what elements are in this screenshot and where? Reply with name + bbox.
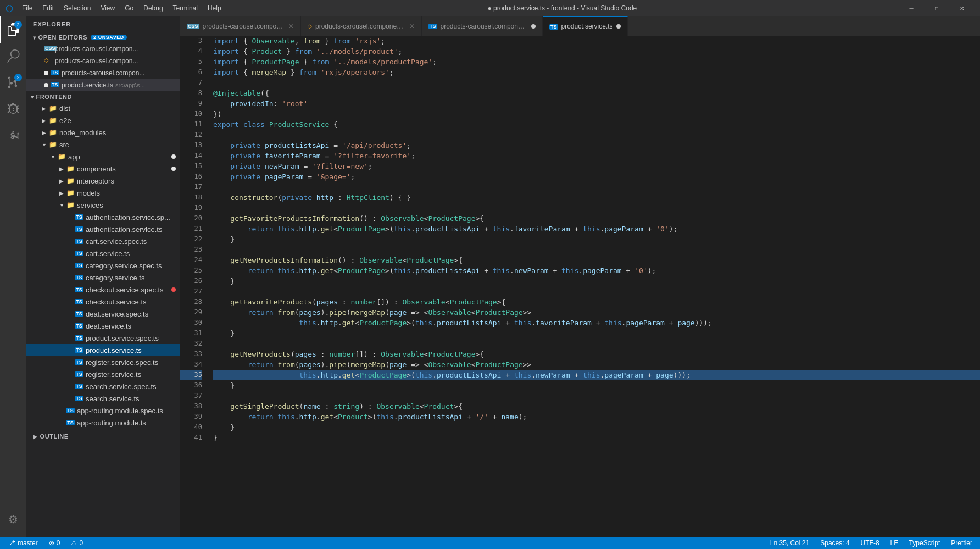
status-spaces[interactable]: Spaces: 4 <box>818 539 851 547</box>
status-errors[interactable]: ⊗ 0 <box>47 539 63 547</box>
ts-filepath-2: src\app\s... <box>115 82 145 88</box>
dist-chevron: ▶ <box>40 104 48 113</box>
tab-product-service[interactable]: TS product.service.ts <box>543 16 628 36</box>
tab-css[interactable]: CSS products-carousel.component.css ✕ <box>180 16 301 36</box>
menu-bar[interactable]: File Edit Selection View Go Debug Termin… <box>18 3 226 13</box>
search-label: search.service.ts <box>86 395 176 403</box>
node-modules-folder-icon: 📁 <box>48 128 57 137</box>
open-editor-css[interactable]: CSS products-carousel.compon... <box>26 43 180 55</box>
tree-deal[interactable]: ▶ TS deal.service.ts <box>26 320 180 332</box>
tree-register-spec[interactable]: ▶ TS register.service.spec.ts <box>26 356 180 368</box>
activity-source-control[interactable]: 2 <box>0 69 26 96</box>
menu-debug[interactable]: Debug <box>139 3 167 13</box>
tree-src[interactable]: ▾ 📁 src <box>26 138 180 151</box>
e2e-chevron: ▶ <box>40 116 48 125</box>
outline-header[interactable]: ▶ OUTLINE <box>26 431 180 442</box>
app-label: app <box>68 153 169 161</box>
open-editor-html[interactable]: ◇ products-carousel.compon... <box>26 55 180 67</box>
ln-18: 18 <box>180 192 202 203</box>
css-file-icon: CSS <box>44 45 53 53</box>
status-eol[interactable]: LF <box>888 539 900 547</box>
status-language[interactable]: TypeScript <box>907 539 943 547</box>
code-line-7 <box>213 77 980 88</box>
tree-register[interactable]: ▶ TS register.service.ts <box>26 368 180 380</box>
cart-spec-label: cart.service.spec.ts <box>86 237 176 246</box>
tree-cart-spec[interactable]: ▶ TS cart.service.spec.ts <box>26 235 180 247</box>
tab-css-name: products-carousel.component.css <box>203 23 285 30</box>
tree-deal-spec[interactable]: ▶ TS deal.service.spec.ts <box>26 308 180 320</box>
tree-product-spec[interactable]: ▶ TS product.service.spec.ts <box>26 332 180 344</box>
tree-app-routing-spec[interactable]: ▶ TS app-routing.module.spec.ts <box>26 404 180 417</box>
tree-search[interactable]: ▶ TS search.service.ts <box>26 392 180 404</box>
maximize-button[interactable]: □ <box>924 0 949 16</box>
activity-debug[interactable] <box>0 96 26 122</box>
tree-product[interactable]: ▶ TS product.service.ts <box>26 344 180 356</box>
tree-services[interactable]: ▾ 📁 services <box>26 199 180 211</box>
tree-app-routing[interactable]: ▶ TS app-routing.module.ts <box>26 417 180 429</box>
tree-app[interactable]: ▾ 📁 app <box>26 151 180 163</box>
tree-category[interactable]: ▶ TS category.service.ts <box>26 271 180 284</box>
menu-terminal[interactable]: Terminal <box>169 3 202 13</box>
ln-28: 28 <box>180 297 202 307</box>
code-content[interactable]: import { Observable, from } from 'rxjs';… <box>208 36 980 537</box>
menu-edit[interactable]: Edit <box>38 3 58 13</box>
tree-dist[interactable]: ▶ 📁 dist <box>26 102 180 114</box>
tab-html-close[interactable]: ✕ <box>409 23 415 30</box>
close-button[interactable]: ✕ <box>949 0 975 16</box>
tree-e2e[interactable]: ▶ 📁 e2e <box>26 114 180 126</box>
tab-ts-1-dirty <box>531 24 536 29</box>
tree-search-spec[interactable]: ▶ TS search.service.spec.ts <box>26 380 180 392</box>
menu-selection[interactable]: Selection <box>59 3 95 13</box>
menu-go[interactable]: Go <box>120 3 138 13</box>
app-routing-label: app-routing.module.ts <box>77 419 176 427</box>
tree-cart[interactable]: ▶ TS cart.service.ts <box>26 247 180 259</box>
code-line-34: return from(pages).pipe(mergeMap(page =>… <box>213 359 980 370</box>
menu-view[interactable]: View <box>96 3 119 13</box>
status-formatter[interactable]: Prettier <box>949 539 975 547</box>
tab-ts-1[interactable]: TS products-carousel.component.ts <box>422 16 543 36</box>
tree-components[interactable]: ▶ 📁 components <box>26 163 180 175</box>
status-warnings[interactable]: ⚠ 0 <box>69 539 85 547</box>
tree-checkout-spec[interactable]: ▶ TS checkout.service.spec.ts <box>26 284 180 296</box>
minimize-button[interactable]: ─ <box>899 0 924 16</box>
app-routing-spec-label: app-routing.module.spec.ts <box>77 407 176 415</box>
tree-checkout[interactable]: ▶ TS checkout.service.ts <box>26 296 180 308</box>
ln-4: 4 <box>180 46 202 57</box>
status-position[interactable]: Ln 35, Col 21 <box>768 539 811 547</box>
activity-extensions[interactable] <box>0 122 26 148</box>
node-modules-label: node_modules <box>59 129 176 137</box>
tab-css-close[interactable]: ✕ <box>288 23 294 30</box>
window-controls[interactable]: ─ □ ✕ <box>899 0 975 16</box>
activity-settings[interactable]: ⚙ <box>0 506 26 533</box>
menu-help[interactable]: Help <box>203 3 226 13</box>
status-encoding[interactable]: UTF-8 <box>859 539 882 547</box>
activity-explorer[interactable]: 2 <box>0 16 26 43</box>
ln-7: 7 <box>180 77 202 88</box>
services-folder-icon: 📁 <box>66 201 75 209</box>
ln-8: 8 <box>180 88 202 98</box>
tree-node-modules[interactable]: ▶ 📁 node_modules <box>26 126 180 138</box>
tree-category-spec[interactable]: ▶ TS category.service.spec.ts <box>26 259 180 271</box>
tree-models[interactable]: ▶ 📁 models <box>26 187 180 199</box>
app-chevron: ▾ <box>48 152 57 161</box>
tree-interceptors[interactable]: ▶ 📁 interceptors <box>26 175 180 187</box>
tree-auth[interactable]: ▶ TS authentication.service.ts <box>26 223 180 235</box>
activity-search[interactable] <box>0 43 26 69</box>
frontend-root[interactable]: ▾ FRONTEND <box>26 91 180 102</box>
menu-file[interactable]: File <box>18 3 37 13</box>
formatter-text: Prettier <box>951 539 972 547</box>
open-editor-ts-1[interactable]: TS products-carousel.compon... <box>26 67 180 79</box>
tab-html[interactable]: ◇ products-carousel.component.html ✕ <box>301 16 422 36</box>
code-line-25: return this.http.get<ProductPage>(this.p… <box>213 265 980 276</box>
ln-30: 30 <box>180 318 202 328</box>
status-branch[interactable]: ⎇ master <box>5 539 40 547</box>
open-editors-header[interactable]: ▾ OPEN EDITORS 2 UNSAVED <box>26 32 180 43</box>
open-editor-ts-2[interactable]: TS product.service.ts src\app\s... <box>26 79 180 91</box>
e2e-label: e2e <box>59 117 176 125</box>
code-line-32 <box>213 339 980 349</box>
main-container: 2 2 ⚙ EXPLORER ▾ OPEN EDITORS 2 UNSA <box>0 16 980 537</box>
branch-name: master <box>18 539 38 547</box>
components-label: components <box>77 165 169 173</box>
code-line-35[interactable]: this.http.get<ProductPage>(this.productL… <box>213 370 980 380</box>
tree-auth-spec[interactable]: ▶ TS authentication.service.sp... <box>26 211 180 223</box>
